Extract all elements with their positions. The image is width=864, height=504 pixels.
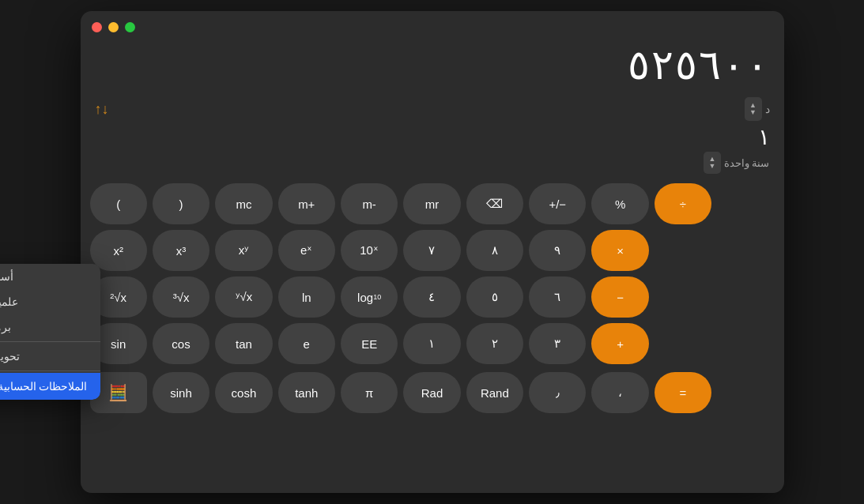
- bottom-button-row: 🧮 sinh cosh tanh π Rad Rand ٫ ، =: [81, 372, 784, 421]
- digit-7-button[interactable]: ٧: [403, 230, 460, 271]
- menu-item-conversion[interactable]: تحويل ✓: [0, 344, 100, 369]
- rad-button[interactable]: Rad: [403, 372, 460, 413]
- thousands-separator-button[interactable]: ،: [591, 372, 648, 413]
- display-area: ٥٢٥٦٠٠: [81, 43, 784, 94]
- backspace-button[interactable]: ⌫: [466, 183, 523, 224]
- period-row: ▲ ▼ سنة واحدة: [81, 152, 784, 179]
- mc-button[interactable]: mc: [215, 183, 272, 224]
- ten-power-x-button[interactable]: 10ˣ: [341, 230, 398, 271]
- cos-button[interactable]: cos: [153, 323, 209, 364]
- tan-button[interactable]: tan: [215, 323, 272, 364]
- multiply-button[interactable]: ×: [591, 230, 648, 271]
- menu-divider: [0, 341, 100, 342]
- decimal-button[interactable]: ٫: [529, 372, 586, 413]
- plus-minus-button[interactable]: +/−: [529, 183, 586, 224]
- divide-button[interactable]: ÷: [655, 183, 711, 224]
- menu-basic-label: أساسية: [0, 270, 13, 283]
- ln-button[interactable]: ln: [278, 276, 335, 318]
- main-display: ٥٢٥٦٠٠: [95, 43, 770, 88]
- unit-stepper[interactable]: ▲ ▼: [745, 97, 762, 121]
- digit-1-button[interactable]: ١: [403, 323, 460, 364]
- e-power-x-button[interactable]: eˣ: [278, 230, 335, 271]
- percent-button[interactable]: %: [591, 183, 648, 224]
- x-squared-button[interactable]: x²: [90, 230, 147, 271]
- m-minus-button[interactable]: m-: [341, 183, 398, 224]
- x-cubed-button[interactable]: x³: [153, 230, 209, 271]
- sort-icon[interactable]: ↑↓: [95, 101, 109, 118]
- menu-conversion-label: تحويل: [0, 350, 20, 363]
- period-stepper[interactable]: ▲ ▼: [704, 152, 721, 174]
- menu-item-programmer[interactable]: برمجية: [0, 314, 100, 340]
- paren-close-button[interactable]: ): [153, 183, 209, 224]
- ee-button[interactable]: EE: [341, 323, 398, 364]
- maximize-button[interactable]: [125, 22, 135, 32]
- button-grid: ( ) mc m+ m- mr ⌫ +/− % ÷ x² x³ xʸ eˣ 10…: [81, 179, 784, 372]
- subtract-button[interactable]: −: [591, 276, 648, 318]
- calculator-window: ٥٢٥٦٠٠ ↑↓ ▲ ▼ د ١ ▲ ▼ سنة واحدة ( ) mc m…: [81, 11, 784, 493]
- minimize-button[interactable]: [108, 22, 119, 32]
- tanh-button[interactable]: tanh: [278, 372, 335, 413]
- digit-8-button[interactable]: ٨: [466, 230, 523, 271]
- sinh-button[interactable]: sinh: [153, 372, 209, 413]
- digit-9-button[interactable]: ٩: [529, 230, 586, 271]
- cosh-button[interactable]: cosh: [215, 372, 272, 413]
- menu-item-scientific[interactable]: علمية ✓: [0, 289, 100, 314]
- digit-4-button[interactable]: ٤: [403, 276, 460, 318]
- pi-button[interactable]: π: [341, 372, 398, 413]
- secondary-display: ١: [81, 124, 784, 152]
- context-menu: أساسية علمية ✓ برمجية تحويل ✓ الملاحظات …: [0, 264, 100, 400]
- m-plus-button[interactable]: m+: [278, 183, 335, 224]
- sqrty-button[interactable]: ʸ√x: [215, 276, 272, 318]
- mr-button[interactable]: mr: [403, 183, 460, 224]
- title-bar: [81, 11, 784, 43]
- digit-3-button[interactable]: ٣: [529, 323, 586, 364]
- rand-button[interactable]: Rand: [466, 372, 523, 413]
- sqrt3-button[interactable]: ³√x: [153, 276, 209, 318]
- digit-2-button[interactable]: ٢: [466, 323, 523, 364]
- unit-label: د: [765, 103, 770, 115]
- menu-item-notes[interactable]: الملاحظات الحسابية...: [0, 373, 100, 400]
- menu-notes-label: الملاحظات الحسابية...: [0, 380, 88, 393]
- unit-badge: ▲ ▼ د: [745, 97, 770, 121]
- menu-scientific-label: علمية: [0, 295, 18, 308]
- add-button[interactable]: +: [591, 323, 648, 364]
- digit-6-button[interactable]: ٦: [529, 276, 586, 318]
- log10-button[interactable]: log10: [341, 276, 398, 318]
- close-button[interactable]: [92, 22, 102, 32]
- menu-programmer-label: برمجية: [0, 321, 11, 333]
- digit-5-button[interactable]: ٥: [466, 276, 523, 318]
- menu-item-basic[interactable]: أساسية: [0, 264, 100, 289]
- x-power-y-button[interactable]: xʸ: [215, 230, 272, 271]
- paren-open-button[interactable]: (: [90, 183, 147, 224]
- e-constant-button[interactable]: e: [278, 323, 335, 364]
- menu-divider-2: [0, 370, 100, 371]
- period-label: سنة واحدة: [724, 157, 770, 169]
- equals-button[interactable]: =: [655, 372, 711, 413]
